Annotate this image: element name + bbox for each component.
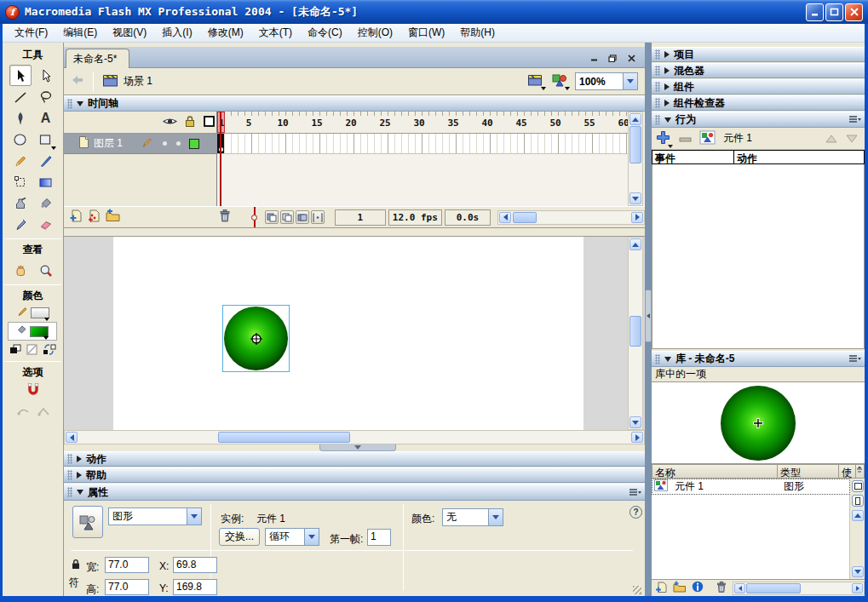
menu-help[interactable]: 帮助(H)	[453, 24, 502, 42]
layer-row[interactable]: 图层 1	[64, 134, 217, 154]
minimize-button[interactable]	[806, 3, 824, 21]
stage-scroll-up-button[interactable]	[629, 238, 641, 250]
panels-splitter[interactable]	[645, 43, 652, 596]
no-color-button[interactable]	[26, 344, 37, 358]
insert-layer-folder-button[interactable]	[105, 209, 121, 226]
help-grip[interactable]	[67, 470, 72, 480]
symbol-behavior-combobox[interactable]: 图形	[108, 507, 202, 525]
onion-skin-button[interactable]	[265, 210, 279, 224]
menu-edit[interactable]: 编辑(E)	[56, 24, 104, 42]
stage-vertical-scrollbar[interactable]	[628, 237, 643, 430]
swap-colors-button[interactable]	[43, 344, 56, 358]
zoom-combobox[interactable]: 100%	[575, 72, 638, 90]
black-white-colors-button[interactable]	[9, 344, 21, 358]
library-hscroll-right-button[interactable]	[852, 583, 863, 593]
show-hide-all-layers-icon[interactable]	[163, 116, 177, 129]
snap-to-objects-toggle[interactable]	[26, 382, 40, 398]
zoom-tool[interactable]	[35, 260, 57, 281]
behaviors-panel-header[interactable]: 行为	[652, 112, 865, 128]
library-sort-order-button[interactable]	[856, 464, 865, 479]
components-grip[interactable]	[655, 82, 660, 92]
properties-panel-header[interactable]: 属性	[64, 484, 645, 501]
instance-type-icon-well[interactable]	[72, 506, 103, 538]
library-hscroll-left-button[interactable]	[734, 583, 745, 593]
ink-bottle-tool[interactable]	[9, 192, 32, 214]
layer-lock-dot[interactable]	[176, 141, 181, 146]
scene-name[interactable]: 场景 1	[124, 74, 152, 89]
stage-scroll-down-button[interactable]	[629, 416, 641, 428]
properties-help-icon[interactable]: ?	[629, 506, 642, 519]
center-frame-button[interactable]	[250, 207, 258, 227]
timeline-hscroll-left-button[interactable]	[499, 212, 511, 223]
library-scroll-down-button[interactable]	[852, 566, 864, 577]
project-panel-header[interactable]: 项目	[652, 47, 865, 62]
library-item-row[interactable]: 元件 1 图形	[652, 479, 850, 495]
close-button[interactable]	[845, 3, 863, 21]
menu-insert[interactable]: 插入(I)	[155, 24, 198, 42]
timeline-scroll-down-button[interactable]	[629, 192, 641, 204]
behaviors-list-body[interactable]	[652, 164, 865, 349]
rectangle-tool[interactable]	[35, 129, 57, 150]
library-properties-info-button[interactable]	[692, 581, 704, 595]
behaviors-options-menu-icon[interactable]	[848, 115, 861, 124]
add-motion-guide-button[interactable]	[87, 209, 102, 226]
add-behavior-button[interactable]	[656, 130, 670, 147]
first-frame-input[interactable]: 1	[367, 529, 391, 546]
document-restore-button[interactable]	[606, 52, 619, 64]
library-wide-view-button[interactable]	[852, 480, 864, 492]
frame-rate-indicator[interactable]: 12.0 fps	[388, 209, 442, 226]
lasso-tool[interactable]	[35, 86, 57, 107]
modify-onion-markers-button[interactable]	[311, 210, 325, 224]
menu-text[interactable]: 文本(T)	[252, 24, 299, 42]
edit-scene-button[interactable]	[527, 72, 544, 90]
frame-ruler[interactable]: 1 5 10 15 20 25 30 35 40 45 50 55 60	[217, 112, 628, 134]
stage-hscroll-thumb[interactable]	[218, 432, 350, 443]
height-input[interactable]: 77.0	[105, 579, 149, 595]
layer-name[interactable]: 图层 1	[94, 136, 123, 151]
paint-bucket-tool[interactable]	[35, 192, 57, 214]
timeline-vertical-scrollbar[interactable]	[628, 112, 643, 206]
restore-button[interactable]	[825, 3, 843, 21]
library-horizontal-scrollbar[interactable]	[733, 582, 865, 595]
menu-control[interactable]: 控制(O)	[351, 24, 400, 42]
move-behavior-down-button[interactable]	[846, 135, 858, 143]
library-type-column[interactable]: 类型	[778, 464, 839, 479]
library-name-column[interactable]: 名称	[652, 464, 778, 479]
swap-symbol-button[interactable]: 交换...	[219, 528, 260, 546]
selection-tool[interactable]	[9, 65, 32, 86]
library-hscroll-thumb[interactable]	[746, 583, 801, 593]
y-input[interactable]: 169.8	[173, 579, 217, 595]
pen-tool[interactable]	[9, 107, 32, 129]
loop-mode-dropdown-button[interactable]	[304, 529, 319, 545]
edit-symbols-button[interactable]	[551, 72, 568, 90]
timeline-hscroll-thumb[interactable]	[513, 212, 537, 223]
timeline-horizontal-scrollbar[interactable]	[497, 210, 645, 225]
free-transform-tool[interactable]	[9, 171, 32, 192]
panel-resize-grip[interactable]	[633, 586, 641, 594]
actions-panel-header[interactable]: 动作	[64, 451, 645, 467]
symbol-behavior-dropdown-button[interactable]	[187, 508, 201, 525]
subselection-tool[interactable]	[35, 65, 57, 86]
component-inspector-panel-header[interactable]: 组件检查器	[652, 95, 865, 111]
color-mixer-grip[interactable]	[655, 66, 660, 76]
hand-tool[interactable]	[9, 260, 32, 281]
help-panel-header[interactable]: 帮助	[64, 467, 645, 483]
delete-layer-trash-button[interactable]	[218, 209, 232, 226]
fill-transform-tool[interactable]	[35, 171, 57, 192]
properties-options-menu-icon[interactable]	[629, 488, 641, 497]
x-input[interactable]: 69.8	[173, 557, 217, 573]
library-narrow-view-button[interactable]	[852, 495, 864, 507]
eraser-tool[interactable]	[35, 214, 57, 235]
playhead-line[interactable]	[220, 112, 221, 206]
component-inspector-grip[interactable]	[655, 98, 660, 108]
insert-layer-button[interactable]	[69, 209, 84, 226]
components-panel-header[interactable]: 组件	[652, 79, 865, 95]
panels-collapse-handle[interactable]	[645, 290, 652, 342]
menu-file[interactable]: 文件(F)	[8, 24, 55, 42]
document-close-button[interactable]	[624, 52, 638, 64]
stage-scroll-thumb[interactable]	[629, 316, 641, 347]
remove-behavior-button[interactable]	[679, 133, 692, 145]
lock-all-layers-icon[interactable]	[184, 115, 196, 130]
library-delete-trash-button[interactable]	[716, 581, 727, 596]
menu-window[interactable]: 窗口(W)	[401, 24, 451, 42]
